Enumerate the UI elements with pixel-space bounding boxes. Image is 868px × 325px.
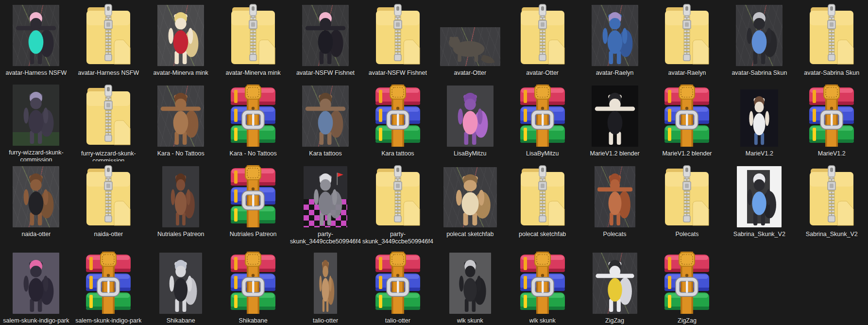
model-figure xyxy=(592,86,638,147)
file-item[interactable]: salem-skunk-indigo-park xyxy=(72,248,145,325)
zip-folder-icon xyxy=(518,4,567,66)
file-label: Polecats xyxy=(603,231,627,238)
model-figure xyxy=(157,5,204,66)
file-item[interactable]: Shikabane xyxy=(145,248,217,325)
file-item[interactable]: avatar-Minerva mink xyxy=(145,0,217,81)
file-item[interactable]: Sabrina_Skunk_V2 xyxy=(796,161,868,248)
file-item[interactable]: avatar-Harness NSFW xyxy=(0,0,72,81)
file-item[interactable]: Kara tattoos xyxy=(289,81,362,161)
rar-archive-icon xyxy=(373,85,423,147)
file-label: wlk skunk xyxy=(529,317,556,325)
model-figure xyxy=(157,86,204,147)
model-figure xyxy=(449,253,491,314)
rar-archive-icon xyxy=(662,85,712,147)
file-label: avatar-Sabrina Skun xyxy=(732,69,787,77)
file-icon xyxy=(651,252,723,314)
file-item[interactable]: avatar-Sabrina Skun xyxy=(796,0,868,81)
model-figure xyxy=(736,5,783,66)
file-item[interactable]: ZigZag xyxy=(579,248,651,325)
file-item[interactable]: MarieV1.2 xyxy=(796,81,868,161)
file-item[interactable]: Kara - No Tattoos xyxy=(217,81,289,161)
file-item[interactable]: wlk skunk xyxy=(506,248,579,325)
file-label: Nutriales Patreon xyxy=(230,231,277,238)
file-icon xyxy=(145,252,217,314)
zip-folder-icon xyxy=(374,4,422,66)
file-item[interactable]: party-skunk_3449ccbe509946f49138654619e0… xyxy=(361,161,434,248)
file-icon xyxy=(723,4,796,66)
file-icon xyxy=(72,165,145,227)
file-item[interactable]: Kara tattoos xyxy=(361,81,434,161)
file-item[interactable]: avatar-NSFW Fishnet xyxy=(361,0,434,81)
file-label: Kara - No Tattoos xyxy=(230,150,277,157)
file-item[interactable]: avatar-Sabrina Skun xyxy=(723,0,796,81)
file-icon xyxy=(145,4,217,66)
file-item[interactable]: furry-wizzard-skunk-commission xyxy=(0,81,72,161)
model-figure xyxy=(314,253,337,314)
file-thumbnail xyxy=(593,253,637,314)
file-item[interactable]: salem-skunk-indigo-park xyxy=(0,248,72,325)
file-icon xyxy=(289,4,362,66)
file-item[interactable]: MarieV1.2 blender xyxy=(651,81,723,161)
file-label: Nutriales Patreon xyxy=(157,231,204,238)
file-label: naida-otter xyxy=(22,231,51,238)
file-thumbnail xyxy=(13,253,59,314)
file-label: avatar-NSFW Fishnet xyxy=(296,69,355,77)
file-grid-row: naida-otter naida-otterNutriales Patreon xyxy=(0,161,868,248)
file-item[interactable]: polecat sketchfab xyxy=(506,161,579,248)
file-item[interactable]: naida-otter xyxy=(0,161,72,248)
file-item[interactable]: MarieV1.2 blender xyxy=(579,81,651,161)
file-grid-row: salem-skunk-indigo-park salem-skunk-indi… xyxy=(0,248,868,325)
file-item[interactable]: furry-wizzard-skunk-commission xyxy=(72,81,145,161)
file-icon xyxy=(289,252,362,314)
file-item[interactable]: avatar-Raelyn xyxy=(651,0,723,81)
file-item[interactable]: Kara - No Tattoos xyxy=(145,81,217,161)
rar-archive-icon xyxy=(83,252,134,314)
file-icon xyxy=(723,165,796,227)
zip-folder-icon xyxy=(663,4,711,66)
rar-archive-icon xyxy=(228,85,278,147)
file-icon xyxy=(217,4,289,66)
file-label: talio-otter xyxy=(313,317,338,325)
file-item[interactable]: Polecats xyxy=(579,161,651,248)
zip-folder-icon xyxy=(807,4,856,66)
file-thumbnail xyxy=(740,89,778,147)
file-item[interactable]: Nutriales Patreon xyxy=(145,161,217,248)
file-item[interactable]: polecat sketchfab xyxy=(434,161,506,248)
file-thumbnail xyxy=(443,167,497,227)
zip-folder-icon xyxy=(518,165,567,227)
file-item[interactable]: LisaByMitzu xyxy=(434,81,506,161)
file-label: Shikabane xyxy=(239,317,268,325)
file-label: wlk skunk xyxy=(457,317,483,325)
file-item[interactable]: ZigZag xyxy=(651,248,723,325)
file-icon xyxy=(289,165,362,227)
file-item[interactable]: party-skunk_3449ccbe509946f49138654619e0… xyxy=(289,161,362,248)
file-thumbnail xyxy=(302,86,349,147)
file-icon xyxy=(579,4,651,66)
file-item[interactable]: MarieV1.2 xyxy=(723,81,796,161)
file-item[interactable]: avatar-NSFW Fishnet xyxy=(289,0,362,81)
file-grid-row: avatar-Harness NSFW avatar-Harness NSFWa… xyxy=(0,0,868,81)
file-item[interactable]: avatar-Minerva mink xyxy=(217,0,289,81)
model-figure xyxy=(302,86,349,147)
file-label: Sabrina_Skunk_V2 xyxy=(733,231,785,238)
file-item[interactable]: avatar-Otter xyxy=(506,0,579,81)
file-item[interactable]: Shikabane xyxy=(217,248,289,325)
file-item[interactable]: Nutriales Patreon xyxy=(217,161,289,248)
file-label: furry-wizzard-skunk-commission xyxy=(0,149,71,161)
file-item[interactable]: talio-otter xyxy=(289,248,362,325)
file-item[interactable]: talio-otter xyxy=(361,248,434,325)
file-icon xyxy=(506,252,579,314)
file-thumbnail xyxy=(13,5,59,66)
file-item[interactable]: avatar-Otter xyxy=(434,0,506,81)
file-icon xyxy=(651,4,723,66)
file-item[interactable]: Sabrina_Skunk_V2 xyxy=(723,161,796,248)
file-label: Kara tattoos xyxy=(309,150,341,157)
file-item[interactable]: avatar-Harness NSFW xyxy=(72,0,145,81)
file-item[interactable]: Polecats xyxy=(651,161,723,248)
file-item[interactable]: LisaByMitzu xyxy=(506,81,579,161)
file-item[interactable]: naida-otter xyxy=(72,161,145,248)
file-item[interactable]: wlk skunk xyxy=(434,248,506,325)
file-icon xyxy=(434,85,506,147)
file-item[interactable]: avatar-Raelyn xyxy=(579,0,651,81)
file-label: LisaByMitzu xyxy=(454,150,486,157)
